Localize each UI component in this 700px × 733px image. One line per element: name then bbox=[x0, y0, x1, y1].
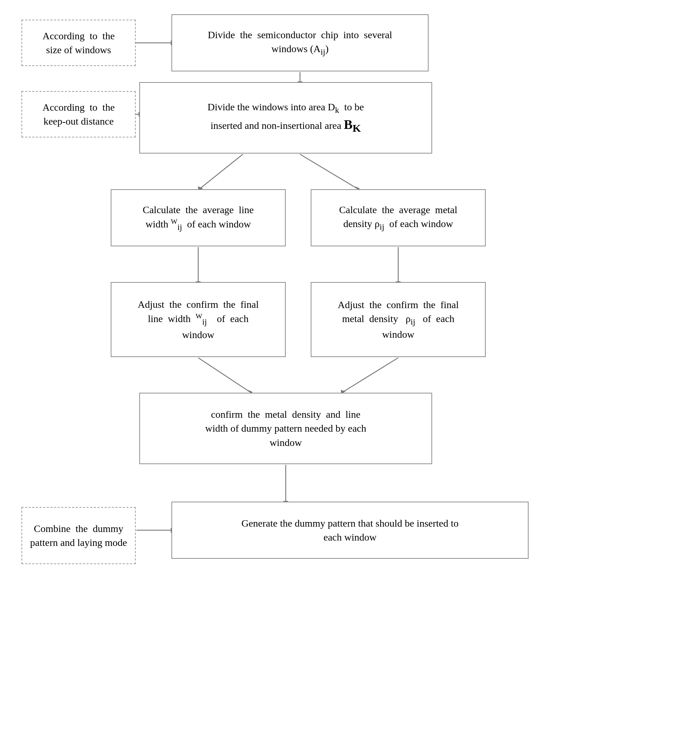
box-avg-metal-density: Calculate the average metaldensity ρij o… bbox=[311, 189, 486, 246]
box-adj-metal-density: Adjust the confirm the finalmetal densit… bbox=[311, 282, 486, 357]
box-size-of-windows: According to thesize of windows bbox=[21, 20, 136, 66]
label-avg-line-width: Calculate the average linewidth Wij of e… bbox=[143, 203, 254, 233]
label-divide-windows: Divide the windows into area Dk to beins… bbox=[207, 100, 364, 136]
box-combine-dummy: Combine the dummypattern and laying mode bbox=[21, 507, 136, 564]
svg-line-14 bbox=[198, 358, 250, 392]
label-combine-dummy: Combine the dummypattern and laying mode bbox=[30, 521, 127, 549]
box-divide-windows: Divide the windows into area Dk to beins… bbox=[139, 82, 432, 154]
label-divide-chip: Divide the semiconductor chip into sever… bbox=[208, 28, 392, 57]
label-confirm-metal-density: confirm the metal density and linewidth … bbox=[205, 407, 366, 449]
label-adj-metal-density: Adjust the confirm the finalmetal densit… bbox=[337, 298, 459, 342]
label-generate-dummy: Generate the dummy pattern that should b… bbox=[241, 516, 459, 544]
label-adj-line-width: Adjust the confirm the finalline width W… bbox=[137, 297, 259, 342]
label-size-of-windows: According to thesize of windows bbox=[43, 29, 115, 57]
box-adj-line-width: Adjust the confirm the finalline width W… bbox=[111, 282, 286, 357]
label-keepout-distance: According to thekeep-out distance bbox=[43, 100, 115, 128]
svg-line-16 bbox=[343, 358, 398, 392]
box-confirm-metal-density: confirm the metal density and linewidth … bbox=[139, 393, 432, 464]
svg-line-6 bbox=[200, 154, 243, 188]
box-generate-dummy: Generate the dummy pattern that should b… bbox=[171, 502, 529, 559]
box-divide-chip: Divide the semiconductor chip into sever… bbox=[171, 14, 429, 71]
svg-line-8 bbox=[300, 154, 357, 188]
box-avg-line-width: Calculate the average linewidth Wij of e… bbox=[111, 189, 286, 246]
flowchart: According to thesize of windows Divide t… bbox=[0, 0, 700, 733]
box-keepout-distance: According to thekeep-out distance bbox=[21, 91, 136, 137]
label-avg-metal-density: Calculate the average metaldensity ρij o… bbox=[339, 203, 457, 232]
